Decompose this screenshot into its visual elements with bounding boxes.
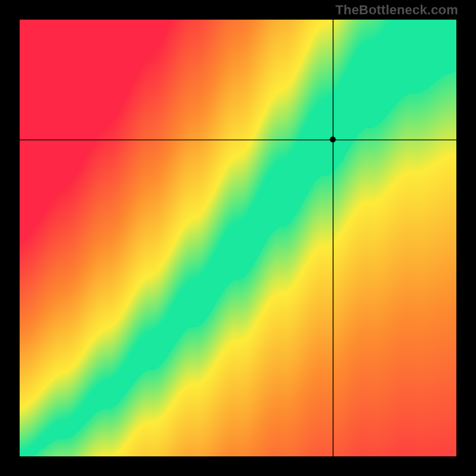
chart-frame: TheBottleneck.com <box>0 0 476 476</box>
watermark-label: TheBottleneck.com <box>336 2 458 18</box>
crosshair-overlay <box>20 20 456 456</box>
